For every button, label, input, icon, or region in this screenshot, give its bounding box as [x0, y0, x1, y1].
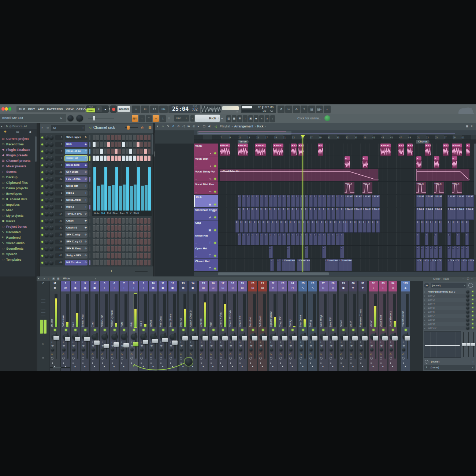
- strip-arm-mic-icon[interactable]: ⊙: [51, 353, 53, 356]
- pattern-clip[interactable]: ≡: [425, 246, 429, 258]
- step-cell[interactable]: [148, 239, 150, 245]
- channel-pan-knob[interactable]: [45, 212, 49, 216]
- step-cell[interactable]: [104, 253, 107, 259]
- velocity-bar[interactable]: [97, 186, 100, 211]
- pattern-clip[interactable]: ≡Cl..#3: [454, 259, 460, 271]
- pattern-clip[interactable]: ≡Sid..2: [372, 208, 380, 220]
- strip-fader-handle[interactable]: [94, 341, 100, 345]
- graph-tab-vel[interactable]: Vel: [101, 212, 105, 215]
- browser-item[interactable]: ▭Envelopes: [0, 191, 35, 197]
- slot-mix-knob[interactable]: [466, 294, 469, 297]
- mixer-strip-15[interactable]: 15ШChords⇕◀▶⊙▲: [199, 281, 208, 371]
- strip-mini-knob[interactable]: [210, 348, 213, 351]
- pattern-clip[interactable]: ≡: [327, 233, 331, 245]
- pattern-clip[interactable]: ≡: [329, 220, 333, 233]
- strip-header[interactable]: 3◉: [81, 281, 89, 291]
- strip-arm-mic-icon[interactable]: ⊙: [360, 353, 362, 356]
- fx-slot[interactable]: ▸Slot 5: [423, 306, 476, 310]
- loop-record-icon[interactable]: Ш+: [159, 105, 168, 113]
- strip-mini-knob[interactable]: [360, 348, 363, 351]
- step-cell[interactable]: [133, 260, 136, 265]
- fx-slot[interactable]: ▸Fruity parametric EQ 2: [423, 290, 476, 294]
- pattern-clip[interactable]: ≡Sid..2: [465, 208, 474, 220]
- channel-volume-knob[interactable]: [49, 219, 53, 223]
- audio-clip[interactable]: ▸: [416, 156, 422, 169]
- strip-fader-handle[interactable]: [405, 336, 410, 341]
- channel-enable-led[interactable]: [41, 185, 43, 187]
- pattern-clip[interactable]: ≡: [447, 233, 451, 245]
- pattern-clip[interactable]: ≡: [362, 220, 367, 233]
- pattern-clip[interactable]: ≡: [434, 233, 437, 245]
- pan-arrows-icon[interactable]: ◀▶: [270, 344, 273, 347]
- strip-arm-mic-icon[interactable]: ⊙: [390, 353, 392, 356]
- pat-mode-label[interactable]: PAT: [87, 106, 95, 108]
- browser-scroll-thumb[interactable]: [35, 136, 37, 162]
- pattern-clip[interactable]: ≡: [429, 246, 434, 258]
- rack-filter-selector[interactable]: ▭All▸: [51, 125, 85, 131]
- route-arrow-icon[interactable]: ▲: [272, 365, 274, 367]
- strip-arm-mic-icon[interactable]: ⊙: [309, 353, 312, 356]
- strip-clock-icon[interactable]: [220, 357, 222, 360]
- pattern-clip[interactable]: ≡: [322, 208, 326, 220]
- channel-button[interactable]: SFX C..sy #2⊙: [65, 239, 88, 245]
- pattern-clip[interactable]: ≡: [264, 195, 268, 207]
- step-cell[interactable]: [96, 156, 99, 161]
- channel-volume-knob[interactable]: [49, 135, 53, 140]
- pan-arrows-icon[interactable]: ◀▶: [140, 344, 144, 347]
- track-header-closed-hat[interactable]: Closed Hat...⊤: [194, 259, 218, 271]
- search-icon[interactable]: ◎: [9, 125, 11, 128]
- channel-pan-knob[interactable]: [45, 233, 49, 237]
- window-zoom-button[interactable]: [8, 107, 12, 111]
- pattern-clip[interactable]: ≡: [282, 208, 286, 220]
- strip-arm-mic-icon[interactable]: ⊙: [101, 353, 103, 356]
- mixer-strip-34[interactable]: 34⊙Vocal Reverb⇕◀▶⊙▲: [388, 281, 398, 371]
- step-cell[interactable]: [137, 239, 140, 245]
- route-arrow-icon[interactable]: ▲: [352, 365, 354, 367]
- step-cell[interactable]: [133, 253, 136, 259]
- channel-enable-led[interactable]: [41, 241, 43, 243]
- mixer-strip-26[interactable]: 26∿String⇕◀▶⊙▲: [308, 281, 317, 371]
- step-cell[interactable]: [115, 142, 118, 147]
- pattern-clip[interactable]: ≡: [240, 220, 244, 233]
- pattern-clip[interactable]: ≡: [456, 246, 460, 258]
- pencil-icon[interactable]: ✎: [167, 124, 170, 128]
- strip-mute-led[interactable]: [382, 329, 384, 331]
- touch-icon[interactable]: ↘: [259, 115, 264, 122]
- pattern-clip[interactable]: ≡Ki..#2: [465, 195, 474, 207]
- maximize-icon[interactable]: ▢: [467, 277, 469, 280]
- graph-tab-y[interactable]: Y: [130, 212, 132, 215]
- stereo-sep-icon[interactable]: ⇕: [300, 341, 301, 343]
- strip-clock-icon[interactable]: [62, 357, 65, 360]
- mixer-strip-21[interactable]: 21ШSub Bass⇕◀▶⊙▲: [258, 281, 267, 371]
- plugins-tab-icon[interactable]: ◀: [29, 130, 31, 134]
- pattern-clip[interactable]: ≡: [238, 208, 242, 220]
- track-options[interactable]: ...: [195, 152, 197, 155]
- step-cell[interactable]: [126, 260, 129, 265]
- current-fader-left[interactable]: [40, 320, 43, 334]
- strip-header[interactable]: 28⊙: [328, 281, 337, 291]
- step-cell[interactable]: [96, 135, 99, 140]
- channel-target-indicator[interactable]: [89, 170, 90, 175]
- step-cell[interactable]: [137, 232, 140, 238]
- step-cell[interactable]: [100, 260, 103, 265]
- slot-mix-knob[interactable]: [466, 298, 469, 301]
- pattern-clip[interactable]: ≡Cl..#3: [468, 259, 474, 271]
- menu-item-add[interactable]: ADD: [38, 108, 44, 111]
- pattern-clip[interactable]: ≡: [452, 220, 456, 233]
- audio-clip[interactable]: ▸: [466, 144, 470, 156]
- pattern-clip[interactable]: ≡: [298, 220, 302, 233]
- fx-slot[interactable]: ▸Slot 8: [423, 318, 476, 322]
- strip-mini-knob[interactable]: [51, 348, 54, 351]
- strip-arm-mic-icon[interactable]: ⊙: [200, 353, 202, 356]
- stereo-sep-icon[interactable]: ⇕: [229, 341, 231, 343]
- mixer-strip-7[interactable]: 7⊤Ride⇕◀▶⊙▲: [120, 281, 129, 371]
- preview-icon[interactable]: ◀: [208, 124, 210, 128]
- minimize-icon[interactable]: –: [462, 277, 464, 280]
- strip-header[interactable]: 17Ш: [219, 281, 227, 291]
- step-cell[interactable]: [148, 225, 150, 231]
- step-cell[interactable]: [129, 232, 132, 238]
- mixer-strip-6[interactable]: 6⊤Noise Cymbal⇕◀▶⊙▲: [110, 281, 119, 371]
- pattern-clip[interactable]: ≡: [316, 220, 320, 233]
- mixer-strip-29[interactable]: 29▣Snare⇕◀▶⊙▲: [339, 281, 348, 371]
- help-icon[interactable]: ?: [301, 105, 308, 113]
